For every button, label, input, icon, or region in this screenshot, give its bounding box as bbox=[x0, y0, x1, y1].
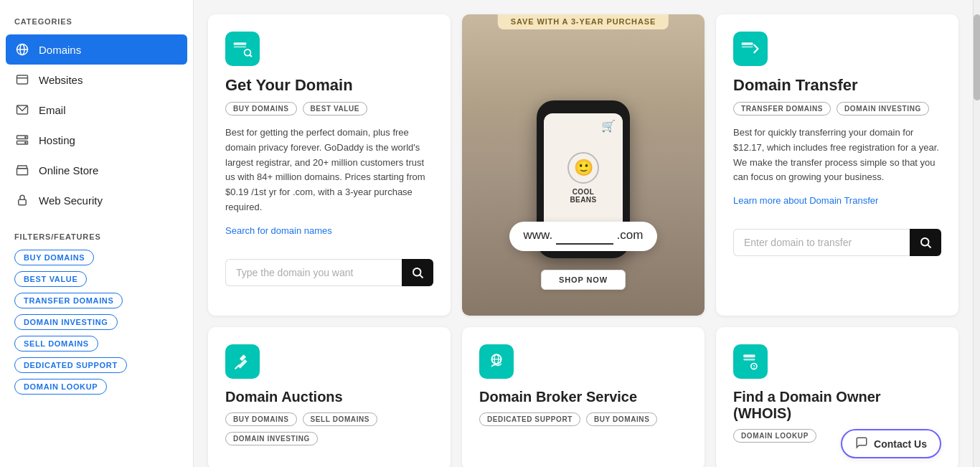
whois-tag-lookup[interactable]: DOMAIN LOOKUP bbox=[733, 429, 816, 443]
card1-title: Get Your Domain bbox=[225, 76, 433, 95]
auctions-tag-buy[interactable]: BUY DOMAINS bbox=[225, 412, 297, 426]
card3-search-row bbox=[733, 229, 941, 256]
www-bar: www. .com bbox=[509, 222, 658, 251]
domain-transfer-card: Domain Transfer TRANSFER DOMAINS DOMAIN … bbox=[716, 14, 958, 316]
bottom-cards-grid: Domain Auctions BUY DOMAINS SELL DOMAINS… bbox=[208, 327, 958, 467]
svg-line-18 bbox=[420, 275, 423, 278]
transfer-search-button[interactable] bbox=[910, 229, 941, 256]
svg-point-21 bbox=[921, 238, 929, 246]
filter-transfer-domains[interactable]: TRANSFER DOMAINS bbox=[14, 293, 123, 308]
filters-label: FILTERS/FEATURES bbox=[14, 232, 179, 241]
whois-icon: ? bbox=[733, 344, 768, 379]
www-text: www. bbox=[524, 228, 556, 242]
card3-tag-investing[interactable]: DOMAIN INVESTING bbox=[837, 102, 929, 115]
top-cards-grid: Get Your Domain BUY DOMAINS BEST VALUE B… bbox=[208, 14, 958, 316]
sidebar-item-label-domains: Domains bbox=[39, 44, 81, 56]
sidebar-item-websites[interactable]: Websites bbox=[6, 65, 187, 95]
svg-rect-3 bbox=[17, 75, 28, 84]
domain-broker-card: Domain Broker Service DEDICATED SUPPORT … bbox=[462, 327, 705, 467]
card3-tags: TRANSFER DOMAINS DOMAIN INVESTING bbox=[733, 102, 941, 115]
sidebar-item-label-email: Email bbox=[39, 104, 66, 116]
email-icon bbox=[14, 102, 30, 118]
card1-tag-buy-domains[interactable]: BUY DOMAINS bbox=[225, 102, 297, 115]
domain-search-button[interactable] bbox=[402, 259, 433, 286]
page-scrollbar[interactable] bbox=[973, 0, 980, 467]
hosting-icon bbox=[14, 132, 30, 148]
svg-line-22 bbox=[928, 245, 930, 248]
svg-point-9 bbox=[25, 142, 27, 143]
com-text: .com bbox=[613, 228, 644, 242]
auctions-title: Domain Auctions bbox=[225, 389, 433, 405]
card3-tag-transfer[interactable]: TRANSFER DOMAINS bbox=[733, 102, 831, 115]
svg-rect-28 bbox=[743, 354, 755, 357]
filter-dedicated-support[interactable]: DEDICATED SUPPORT bbox=[14, 357, 127, 373]
contact-us-label: Contact Us bbox=[874, 438, 927, 450]
svg-text:?: ? bbox=[753, 364, 755, 369]
filters-section: FILTERS/FEATURES BUY DOMAINS BEST VALUE … bbox=[0, 215, 193, 395]
auctions-tag-investing[interactable]: DOMAIN INVESTING bbox=[225, 432, 318, 445]
auctions-icon bbox=[225, 344, 260, 379]
filter-tags-list: BUY DOMAINS BEST VALUE TRANSFER DOMAINS … bbox=[14, 250, 179, 395]
svg-point-17 bbox=[413, 268, 421, 276]
promo-image-card: SAVE WITH A 3-YEAR PURCHASE 🛒 🙂 COOLBEAN… bbox=[462, 14, 705, 316]
sidebar-item-domains[interactable]: Domains bbox=[6, 34, 187, 65]
globe-icon bbox=[14, 42, 30, 57]
card1-tags: BUY DOMAINS BEST VALUE bbox=[225, 102, 433, 115]
svg-rect-29 bbox=[743, 359, 755, 360]
filter-sell-domains[interactable]: SELL DOMAINS bbox=[14, 336, 98, 352]
broker-tag-support[interactable]: DEDICATED SUPPORT bbox=[479, 412, 580, 426]
card3-title: Domain Transfer bbox=[733, 76, 941, 95]
auctions-tags: BUY DOMAINS SELL DOMAINS DOMAIN INVESTIN… bbox=[225, 412, 433, 445]
card1-description: Best for getting the perfect domain, plu… bbox=[225, 126, 433, 215]
filter-buy-domains[interactable]: BUY DOMAINS bbox=[14, 250, 94, 265]
get-your-domain-card: Get Your Domain BUY DOMAINS BEST VALUE B… bbox=[208, 14, 451, 316]
scrollbar-thumb[interactable] bbox=[974, 14, 980, 100]
svg-rect-20 bbox=[742, 47, 753, 48]
websites-icon bbox=[14, 72, 30, 88]
card1-tag-best-value[interactable]: BEST VALUE bbox=[303, 102, 368, 115]
sidebar: CATEGORIES Domains Websites Email Hostin… bbox=[0, 0, 194, 467]
save-badge: SAVE WITH A 3-YEAR PURCHASE bbox=[498, 14, 669, 29]
domain-transfer-icon bbox=[733, 32, 768, 66]
broker-title: Domain Broker Service bbox=[479, 389, 687, 405]
filter-domain-investing[interactable]: DOMAIN INVESTING bbox=[14, 314, 118, 330]
contact-us-button[interactable]: Contact Us bbox=[841, 429, 941, 458]
svg-rect-10 bbox=[17, 169, 28, 175]
svg-rect-19 bbox=[742, 42, 753, 45]
filter-best-value[interactable]: BEST VALUE bbox=[14, 271, 87, 287]
sidebar-item-online-store[interactable]: Online Store bbox=[6, 155, 187, 185]
sidebar-item-web-security[interactable]: Web Security bbox=[6, 185, 187, 215]
transfer-domain-input[interactable] bbox=[733, 229, 910, 256]
sidebar-item-label-web-security: Web Security bbox=[39, 194, 103, 207]
main-content: Get Your Domain BUY DOMAINS BEST VALUE B… bbox=[194, 0, 973, 467]
auctions-tag-sell[interactable]: SELL DOMAINS bbox=[303, 412, 378, 426]
domain-auctions-card: Domain Auctions BUY DOMAINS SELL DOMAINS… bbox=[208, 327, 451, 467]
domain-search-input[interactable] bbox=[225, 259, 402, 286]
categories-label: CATEGORIES bbox=[0, 17, 193, 34]
filter-domain-lookup[interactable]: DOMAIN LOOKUP bbox=[14, 379, 107, 395]
svg-point-8 bbox=[25, 137, 27, 138]
sidebar-item-label-websites: Websites bbox=[39, 74, 83, 86]
whois-title: Find a Domain Owner (WHOIS) bbox=[733, 389, 941, 422]
card3-learn-more-link[interactable]: Learn more about Domain Transfer bbox=[733, 195, 878, 206]
sidebar-item-label-online-store: Online Store bbox=[39, 164, 98, 176]
domain-search-icon bbox=[225, 32, 260, 66]
store-icon bbox=[14, 162, 30, 178]
sidebar-item-email[interactable]: Email bbox=[6, 95, 187, 125]
broker-tag-buy[interactable]: BUY DOMAINS bbox=[586, 412, 658, 426]
whois-card: ? Find a Domain Owner (WHOIS) DOMAIN LOO… bbox=[716, 327, 958, 467]
domain-underline bbox=[556, 228, 613, 245]
svg-rect-14 bbox=[234, 47, 247, 48]
card3-description: Best for quickly transferring your domai… bbox=[733, 126, 941, 185]
shop-now-button[interactable]: SHOP NOW bbox=[541, 270, 626, 290]
broker-icon bbox=[479, 344, 514, 379]
svg-line-16 bbox=[250, 55, 252, 57]
svg-rect-13 bbox=[234, 42, 247, 45]
card1-search-row bbox=[225, 259, 433, 286]
card1-search-link[interactable]: Search for domain names bbox=[225, 225, 332, 236]
chat-icon bbox=[855, 436, 868, 451]
lock-icon bbox=[14, 192, 30, 208]
broker-tags: DEDICATED SUPPORT BUY DOMAINS bbox=[479, 412, 687, 426]
sidebar-item-hosting[interactable]: Hosting bbox=[6, 125, 187, 155]
center-card-content: 🛒 🙂 COOLBEANS www. .com SHOP NOW bbox=[462, 14, 705, 316]
